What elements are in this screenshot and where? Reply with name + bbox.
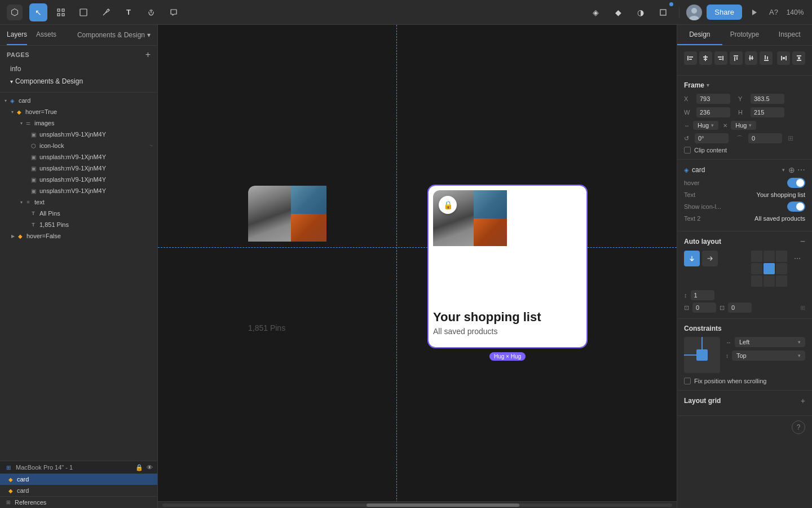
fix-position-label: Fix position when scrolling <box>694 378 766 384</box>
al-padding-x-input[interactable] <box>696 304 713 311</box>
zoom-label[interactable]: 140% <box>785 3 805 21</box>
layer-card-root[interactable]: ▾ ◈ card <box>0 95 157 106</box>
h-label: H <box>738 109 747 116</box>
app-logo[interactable]: ⬡ <box>7 5 23 20</box>
constraints-inner-box <box>696 349 708 361</box>
canvas-scrollbar[interactable] <box>158 501 677 508</box>
al-direction-right[interactable] <box>702 251 718 266</box>
image-collage-left <box>248 186 326 242</box>
frame-name[interactable]: MacBook Pro 14" - 1 <box>16 464 135 471</box>
rotation-input[interactable] <box>695 133 729 143</box>
card-all-pins[interactable]: All Pins 1,851 Pins <box>248 186 406 347</box>
tab-layers[interactable]: Layers <box>7 25 27 45</box>
distribute-v-button[interactable] <box>792 51 805 65</box>
layer-icon-lock[interactable]: ⬡ icon-lock ~ <box>0 140 157 151</box>
tab-assets[interactable]: Assets <box>36 25 56 45</box>
constraint-v-dropdown[interactable]: Top ▾ <box>732 351 805 361</box>
page-item-info[interactable]: info <box>7 63 151 75</box>
prop-show-icon-toggle[interactable] <box>787 202 805 212</box>
style-transfer-tool[interactable]: ◈ <box>586 3 604 21</box>
h-input[interactable] <box>751 107 784 117</box>
w-input[interactable] <box>696 107 730 117</box>
tool-select[interactable]: ↖ <box>29 3 47 21</box>
al-grid-cell[interactable] <box>764 275 775 287</box>
layer-unsplash-1[interactable]: ▣ unsplash:mV9-1XjnM4Y <box>0 129 157 140</box>
al-spacing-input[interactable] <box>694 292 711 299</box>
tab-components-design[interactable]: Components & Design ▾ <box>77 25 151 45</box>
corner-individual-icon[interactable]: ⊞ <box>788 134 793 142</box>
user-avatar[interactable] <box>686 5 702 20</box>
multiplay-tool[interactable] <box>654 3 672 21</box>
frame-eye-icon[interactable]: 👁 <box>147 464 153 471</box>
y-input[interactable] <box>751 94 784 104</box>
card-shopping-list[interactable]: 🔒 Your shopping list All saved products <box>429 186 586 347</box>
auto-layout-collapse-button[interactable]: − <box>800 237 805 246</box>
layer-text-group[interactable]: ▾ ≡ text <box>0 196 157 208</box>
al-padding-y-input[interactable] <box>731 304 748 311</box>
corner-radius-input[interactable] <box>748 133 782 143</box>
al-grid-cell[interactable] <box>776 251 787 262</box>
al-grid-cell[interactable] <box>776 263 787 274</box>
component-target-icon[interactable]: ⊕ <box>788 165 795 174</box>
canvas[interactable]: All Pins 1,851 Pins 🔒 <box>158 25 677 508</box>
dark-mode-tool[interactable]: ◑ <box>632 3 650 21</box>
align-left-button[interactable] <box>684 51 697 65</box>
al-direction-down[interactable] <box>684 251 700 266</box>
prop-hover-toggle[interactable] <box>787 178 805 188</box>
hug-y-dropdown[interactable]: Hug ▾ <box>731 121 756 130</box>
al-grid-cell-center[interactable] <box>764 263 775 274</box>
page-item-components[interactable]: ▾ Components & Design <box>7 75 151 87</box>
al-grid-cell[interactable] <box>751 251 762 262</box>
hug-x-dropdown[interactable]: Hug ▾ <box>693 121 718 130</box>
clip-content-checkbox[interactable] <box>684 147 691 154</box>
layer-unsplash-3[interactable]: ▣ unsplash:mV9-1XjnM4Y <box>0 163 157 174</box>
constraint-h-dropdown[interactable]: Left ▾ <box>735 337 805 347</box>
align-right-button[interactable] <box>714 51 727 65</box>
align-bottom-button[interactable] <box>760 51 773 65</box>
tool-frame[interactable] <box>52 3 70 21</box>
references-item[interactable]: ⊞ References <box>0 496 157 508</box>
al-grid-cell[interactable] <box>751 275 762 287</box>
share-button[interactable]: Share <box>707 5 742 20</box>
al-more-button[interactable]: ⋯ <box>789 251 805 266</box>
layout-grid-add-button[interactable]: + <box>801 396 805 405</box>
layer-unsplash-2[interactable]: ▣ unsplash:mV9-1XjnM4Y <box>0 151 157 163</box>
layer-text-allpins[interactable]: T All Pins <box>0 208 157 219</box>
layer-images[interactable]: ▾ ⚌ images <box>0 117 157 129</box>
plugins-tool[interactable]: ◆ <box>609 3 627 21</box>
tool-pen[interactable] <box>97 3 115 21</box>
al-grid-cell[interactable] <box>751 263 762 274</box>
tab-inspect[interactable]: Inspect <box>767 25 812 45</box>
x-input[interactable] <box>696 94 730 104</box>
layer-card-2[interactable]: ◆ card <box>0 485 157 496</box>
tool-text[interactable]: T <box>120 3 138 21</box>
tool-comment[interactable] <box>165 3 183 21</box>
add-page-button[interactable]: + <box>145 50 151 59</box>
align-middle-button[interactable] <box>745 51 758 65</box>
tool-shapes[interactable] <box>74 3 92 21</box>
tool-hand[interactable] <box>142 3 160 21</box>
question-button[interactable]: A? <box>767 6 780 19</box>
scroll-thumb[interactable] <box>367 503 519 507</box>
help-icon[interactable]: ? <box>792 421 805 434</box>
layer-unsplash-5[interactable]: ▣ unsplash:mV9-1XjnM4Y <box>0 185 157 196</box>
layer-hover-true[interactable]: ▾ ◆ hover=True <box>0 106 157 117</box>
tab-design[interactable]: Design <box>677 25 722 45</box>
play-button[interactable] <box>747 5 762 20</box>
component-kebab-menu[interactable]: ⋯ <box>797 165 805 174</box>
distribute-h-button[interactable] <box>777 51 790 65</box>
frame-lock-icon[interactable]: 🔒 <box>135 464 143 471</box>
tab-prototype[interactable]: Prototype <box>722 25 767 45</box>
al-expand-icon[interactable]: ⊞ <box>800 304 805 312</box>
layer-text-pins-count[interactable]: T 1,851 Pins <box>0 219 157 230</box>
al-grid-cell[interactable] <box>764 251 775 262</box>
scroll-track[interactable] <box>162 503 672 507</box>
constraint-h-row: ↔ Left ▾ <box>726 337 805 347</box>
align-top-button[interactable] <box>730 51 743 65</box>
layer-hover-false[interactable]: ▶ ◆ hover=False <box>0 230 157 242</box>
al-grid-cell[interactable] <box>776 275 787 287</box>
fix-position-checkbox[interactable] <box>684 378 691 384</box>
layer-card-selected-1[interactable]: ◆ card <box>0 474 157 485</box>
layer-unsplash-4[interactable]: ▣ unsplash:mV9-1XjnM4Y <box>0 174 157 185</box>
align-center-h-button[interactable] <box>699 51 712 65</box>
